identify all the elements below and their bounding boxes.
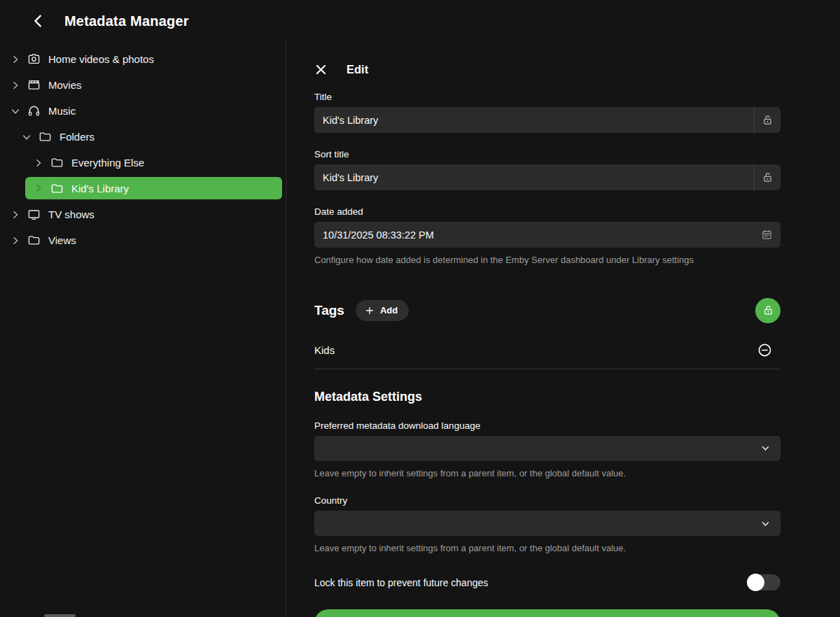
tree-item-label: Music: [48, 105, 76, 117]
add-tag-button[interactable]: Add: [356, 300, 409, 321]
chevron-down-icon: [760, 443, 771, 453]
chevron-down-icon[interactable]: [21, 132, 32, 143]
edit-panel-header: Edit: [314, 62, 780, 77]
back-button[interactable]: [31, 13, 46, 29]
title-lock-button[interactable]: [754, 107, 780, 133]
tree-item-label: Movies: [48, 79, 82, 91]
tag-name: Kids: [314, 344, 335, 356]
sidebar-item-music[interactable]: Music: [0, 98, 286, 124]
close-icon: [314, 63, 328, 76]
language-field-label: Preferred metadata download language: [314, 420, 780, 431]
close-button[interactable]: [314, 63, 328, 76]
folder-icon: [50, 182, 64, 195]
chevron-right-icon[interactable]: [33, 157, 44, 169]
sidebar-item-kids-library[interactable]: Kid's Library: [25, 177, 282, 199]
language-select[interactable]: [314, 436, 780, 461]
chevron-right-icon[interactable]: [10, 80, 21, 91]
tree-item-label: TV shows: [48, 208, 94, 220]
chevron-left-icon: [31, 13, 46, 29]
toggle-knob: [747, 574, 764, 591]
add-tag-button-label: Add: [380, 305, 398, 315]
chevron-right-icon[interactable]: [10, 54, 21, 65]
sort-title-input[interactable]: Kid's Library: [314, 164, 754, 190]
date-added-input-row: 10/31/2025 08:33:22 PM: [314, 222, 780, 248]
library-tree-sidebar: Home videos & photos Movies Music Folder…: [0, 42, 286, 617]
title-input-row: Kid's Library: [314, 107, 780, 133]
save-button[interactable]: Save: [314, 609, 780, 617]
camera-icon: [27, 52, 41, 66]
lock-item-label: Lock this item to prevent future changes: [314, 577, 488, 588]
folder-icon: [27, 234, 41, 247]
page-title: Metadata Manager: [64, 13, 189, 29]
sidebar-item-movies[interactable]: Movies: [0, 72, 286, 98]
plus-icon: [365, 306, 374, 315]
movie-icon: [27, 78, 41, 92]
chevron-down-icon[interactable]: [10, 106, 21, 117]
app-header: Metadata Manager: [0, 0, 840, 42]
tree-item-label: Home videos & photos: [48, 53, 154, 65]
edit-panel-title: Edit: [346, 63, 368, 76]
remove-tag-button[interactable]: [757, 343, 772, 357]
chevron-right-icon[interactable]: [10, 235, 21, 246]
divider: [314, 369, 780, 369]
unlocked-padlock-icon: [762, 171, 774, 183]
sort-title-input-row: Kid's Library: [314, 164, 780, 190]
minus-circle-icon: [757, 343, 772, 357]
unlocked-padlock-icon: [762, 304, 774, 316]
tv-icon: [27, 208, 41, 221]
tree-item-label: Kid's Library: [71, 183, 129, 194]
sort-title-lock-button[interactable]: [754, 164, 780, 190]
lock-item-row: Lock this item to prevent future changes: [314, 574, 780, 592]
title-input[interactable]: Kid's Library: [314, 107, 754, 133]
unlocked-padlock-icon: [762, 114, 774, 126]
country-helper-text: Leave empty to inherit settings from a p…: [314, 542, 780, 555]
tag-list-item: Kids: [314, 341, 780, 360]
date-added-helper-text: Configure how date added is determined i…: [314, 254, 780, 267]
lock-item-toggle[interactable]: [748, 574, 780, 590]
country-field-label: Country: [314, 495, 780, 506]
tags-heading: Tags: [314, 303, 344, 318]
date-picker-button[interactable]: [752, 222, 780, 248]
sidebar-item-everything-else[interactable]: Everything Else: [0, 150, 286, 176]
chevron-down-icon: [760, 518, 771, 529]
language-helper-text: Leave empty to inherit settings from a p…: [314, 467, 780, 480]
chevron-right-icon[interactable]: [10, 209, 21, 220]
sidebar-item-views[interactable]: Views: [0, 227, 286, 253]
country-select[interactable]: [314, 511, 780, 536]
folder-icon: [38, 130, 52, 143]
tree-item-label: Everything Else: [71, 157, 144, 169]
horizontal-scrollbar-thumb[interactable]: [44, 614, 76, 617]
sidebar-item-tv-shows[interactable]: TV shows: [0, 201, 286, 227]
title-field-label: Title: [314, 92, 780, 102]
tree-item-label: Views: [48, 234, 76, 246]
date-added-field-label: Date added: [314, 206, 780, 217]
headphones-icon: [27, 104, 41, 118]
sort-title-field-label: Sort title: [314, 149, 780, 159]
edit-panel: Edit Title Kid's Library Sort title Kid'…: [286, 42, 840, 617]
date-added-input[interactable]: 10/31/2025 08:33:22 PM: [314, 222, 752, 248]
calendar-icon: [761, 229, 773, 241]
sidebar-item-folders[interactable]: Folders: [0, 124, 286, 150]
folder-icon: [50, 156, 64, 169]
tree-item-label: Folders: [59, 131, 94, 143]
sidebar-item-home-videos-photos[interactable]: Home videos & photos: [0, 46, 286, 72]
tags-section-header: Tags Add: [314, 298, 780, 323]
chevron-right-icon[interactable]: [33, 183, 44, 194]
tags-lock-button[interactable]: [755, 298, 780, 323]
metadata-settings-heading: Metadata Settings: [314, 390, 780, 404]
